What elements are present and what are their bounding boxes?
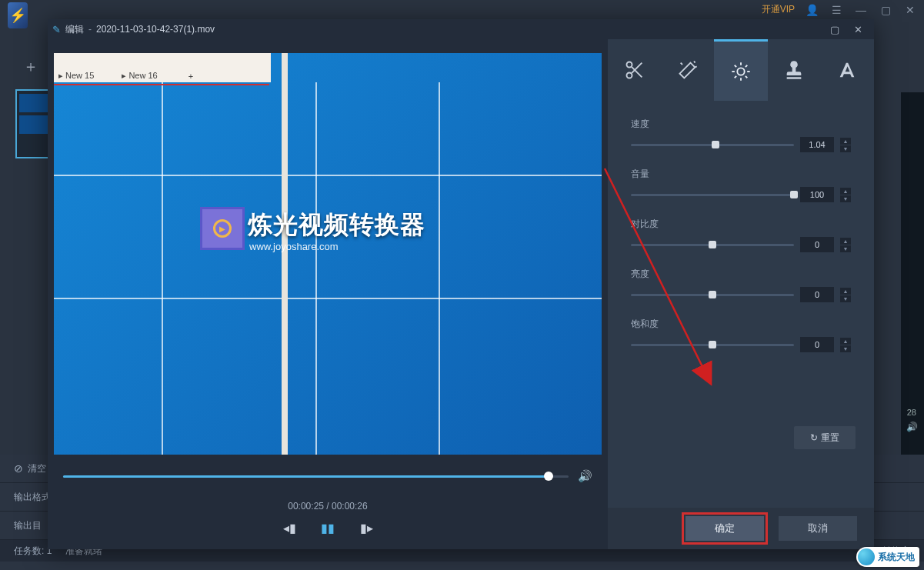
- volume-handle[interactable]: [790, 191, 798, 198]
- tasks-count: 任务数: 1: [14, 545, 52, 558]
- chevron-up-icon: ▲: [840, 237, 851, 245]
- text-icon: [836, 59, 858, 81]
- timeline-handle[interactable]: [544, 472, 553, 481]
- contrast-slider[interactable]: [631, 244, 794, 246]
- svg-line-12: [746, 65, 747, 66]
- contrast-handle[interactable]: [709, 241, 716, 248]
- svg-point-4: [737, 68, 744, 75]
- wand-icon: [677, 59, 699, 81]
- watermark-text: 炼光视频转换器: [248, 208, 425, 242]
- pause-button[interactable]: ▮▮: [319, 521, 337, 535]
- chevron-up-icon: ▲: [840, 337, 851, 345]
- next-frame-button[interactable]: ▮▸: [357, 521, 375, 535]
- current-time: 00:00:25: [288, 501, 324, 512]
- dialog-maximize-icon[interactable]: ▢: [823, 24, 846, 35]
- svg-point-0: [626, 62, 632, 68]
- volume-label: 音量: [631, 168, 851, 181]
- volume-group: 音量 100 ▲▼: [631, 168, 851, 202]
- tool-tabs: [608, 39, 874, 101]
- site-name: 系统天地: [878, 551, 915, 564]
- parent-close-icon[interactable]: ✕: [902, 4, 918, 16]
- parent-minimize-icon[interactable]: —: [853, 4, 869, 16]
- chevron-down-icon: ▼: [840, 195, 851, 202]
- volume-icon[interactable]: 🔊: [578, 469, 592, 483]
- dialog-filename: 2020-11-03-10-42-37(1).mov: [96, 24, 215, 35]
- globe-icon: [858, 548, 875, 565]
- play-controls: ◂▮ ▮▮ ▮▸: [48, 516, 608, 549]
- prev-frame-button[interactable]: ◂▮: [280, 521, 299, 535]
- timeline-track[interactable]: [63, 475, 569, 478]
- brightness-slider[interactable]: [631, 294, 794, 296]
- watermark-url: www.joyoshare.com: [249, 241, 339, 252]
- contrast-group: 对比度 0 ▲▼: [631, 218, 851, 252]
- stamp-icon: [783, 59, 805, 81]
- volume-value[interactable]: 100: [800, 187, 834, 202]
- speed-group: 速度 1.04 ▲▼: [631, 118, 851, 152]
- speed-handle[interactable]: [712, 141, 719, 148]
- tab-text[interactable]: [821, 39, 874, 101]
- edit-dialog: ✎ 编辑 - 2020-11-03-10-42-37(1).mov ▢ ✕ ▸ …: [48, 19, 874, 549]
- tab-effect[interactable]: [661, 39, 714, 101]
- volume-slider[interactable]: [631, 194, 794, 196]
- dialog-close-icon[interactable]: ✕: [846, 24, 869, 35]
- parent-maximize-icon[interactable]: ▢: [878, 4, 893, 16]
- tab-cut[interactable]: [608, 39, 661, 101]
- user-icon[interactable]: 👤: [804, 4, 819, 16]
- speed-spinner[interactable]: ▲▼: [840, 137, 851, 152]
- brightness-value[interactable]: 0: [800, 287, 834, 302]
- saturation-slider[interactable]: [631, 344, 794, 346]
- timeline: 🔊: [48, 455, 608, 498]
- chevron-up-icon: ▲: [840, 187, 851, 195]
- saturation-handle[interactable]: [709, 341, 716, 348]
- brightness-icon: [730, 61, 752, 82]
- scissors-icon: [624, 59, 645, 81]
- dialog-title-text: 编辑: [65, 23, 84, 36]
- contrast-value[interactable]: 0: [800, 237, 834, 252]
- chevron-down-icon: ▼: [840, 145, 851, 152]
- saturation-spinner[interactable]: ▲▼: [840, 337, 851, 352]
- reset-button[interactable]: ↻ 重置: [794, 426, 856, 449]
- brightness-spinner[interactable]: ▲▼: [840, 287, 851, 302]
- volume-spinner[interactable]: ▲▼: [840, 187, 851, 202]
- speed-slider[interactable]: [631, 144, 794, 146]
- parent-topbar: 开通VIP 👤 ☰ — ▢ ✕: [0, 0, 924, 19]
- brightness-label: 亮度: [631, 268, 851, 281]
- scene-panel: [901, 92, 924, 462]
- svg-line-10: [746, 75, 747, 77]
- tab-adjust[interactable]: [714, 39, 767, 101]
- ok-highlight: 确定: [682, 512, 768, 545]
- contrast-label: 对比度: [631, 218, 851, 231]
- saturation-value[interactable]: 0: [800, 337, 834, 352]
- ok-label: 确定: [715, 522, 735, 535]
- saturation-label: 饱和度: [631, 318, 851, 331]
- chevron-up-icon: ▲: [840, 287, 851, 295]
- add-button[interactable]: ＋: [23, 56, 38, 77]
- reset-icon: ↻: [810, 432, 818, 443]
- tab-watermark[interactable]: [768, 39, 821, 101]
- chevron-down-icon: ▼: [840, 245, 851, 252]
- dialog-footer: 确定 取消: [608, 508, 874, 549]
- speed-label: 速度: [631, 118, 851, 131]
- brightness-handle[interactable]: [709, 291, 716, 298]
- contrast-spinner[interactable]: ▲▼: [840, 237, 851, 252]
- ok-button[interactable]: 确定: [685, 516, 764, 541]
- app-logo: ⚡: [8, 2, 38, 36]
- menu-icon[interactable]: ☰: [829, 4, 844, 16]
- reset-label: 重置: [821, 432, 839, 445]
- preview-pane: ▸ New 15 ▸ New 16 + ▶ 炼光视频转换器 www.joyosh…: [48, 39, 608, 549]
- scene-time: 28: [907, 408, 916, 417]
- preview-tabs: ▸ New 15 ▸ New 16 +: [54, 53, 271, 82]
- output-format-label: 输出格式: [14, 491, 51, 504]
- vip-link[interactable]: 开通VIP: [762, 3, 795, 16]
- output-dir-label: 输出目: [14, 519, 42, 532]
- clear-icon: ⊘: [14, 462, 23, 475]
- brightness-group: 亮度 0 ▲▼: [631, 268, 851, 302]
- svg-line-9: [735, 65, 736, 66]
- scene-volume-icon[interactable]: 🔊: [906, 422, 918, 432]
- total-time: 00:00:26: [332, 501, 368, 512]
- clear-label: 清空: [28, 462, 46, 475]
- svg-line-11: [735, 75, 736, 77]
- cancel-button[interactable]: 取消: [779, 516, 857, 541]
- svg-point-1: [626, 73, 632, 78]
- speed-value[interactable]: 1.04: [800, 137, 834, 152]
